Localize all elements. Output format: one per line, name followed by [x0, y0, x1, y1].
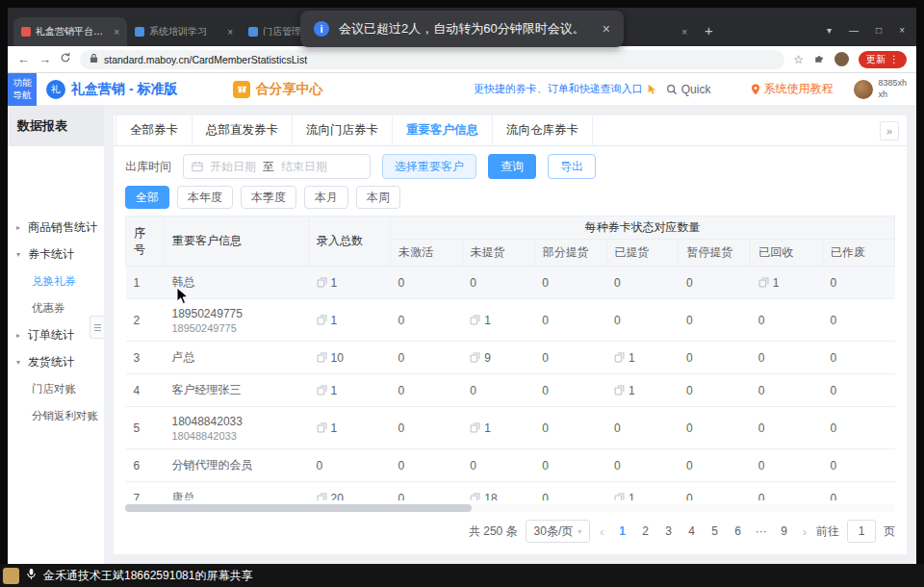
minimize-button[interactable]: —	[849, 25, 859, 36]
back-icon[interactable]: ←	[17, 52, 30, 66]
quick-filter-button[interactable]: 全部	[125, 186, 169, 209]
sidebar-item[interactable]: ▸商品销售统计	[8, 214, 104, 241]
content-tab[interactable]: 总部直发券卡	[192, 115, 293, 145]
count-link-icon[interactable]	[470, 422, 480, 433]
forward-icon[interactable]: →	[38, 52, 51, 66]
count-link-icon[interactable]	[317, 277, 327, 288]
count-value: 0	[758, 492, 765, 501]
count-cell-content: 1	[317, 384, 383, 397]
function-nav-line2: 导航	[13, 89, 32, 101]
page-number[interactable]: 3	[660, 524, 678, 538]
count-cell-content: 0	[686, 459, 743, 472]
page-size-select[interactable]: 30条/页 ▾	[526, 520, 591, 543]
extensions-icon[interactable]	[813, 51, 825, 68]
sidebar-subitem[interactable]: 门店对账	[8, 375, 104, 402]
browser-navbar: ← → standard.maboy.cn/CardMemberStatisti…	[8, 46, 916, 73]
table-row[interactable]: 4客户经理张三10001000	[126, 374, 895, 407]
app-content: 数据报表 ▸商品销售统计▾券卡统计兑换礼券优惠券▸订单统计▾发货统计门店对账分销…	[8, 106, 916, 564]
count-cell-content: 0	[831, 351, 887, 365]
browser-profile-avatar[interactable]	[834, 52, 849, 66]
count-link-icon[interactable]	[614, 385, 625, 396]
tab-close-icon[interactable]: ×	[114, 27, 119, 38]
table-row[interactable]: 3卢总100901000	[126, 342, 895, 374]
quick-filter-button[interactable]: 本季度	[241, 186, 296, 209]
content-tab[interactable]: 重要客户信息	[392, 115, 493, 145]
maximize-button[interactable]: □	[876, 25, 882, 36]
goto-page-input[interactable]: 1	[847, 520, 876, 543]
sidebar-subitem[interactable]: 分销返利对账	[8, 402, 104, 429]
sidebar-item[interactable]: ▾发货统计	[8, 348, 104, 375]
table-row[interactable]: 6分销代理的会员00000000	[126, 449, 895, 482]
count-link-icon[interactable]	[758, 277, 769, 288]
prev-page-button[interactable]: ‹	[598, 524, 605, 539]
browser-update-button[interactable]: 更新 ⋮	[859, 51, 907, 68]
browser-tab[interactable]: 礼盒营销平台管理中心×	[13, 17, 127, 46]
toast-close-icon[interactable]: ×	[603, 21, 610, 37]
quick-entry-tip[interactable]: 更快捷的券卡、订单和快递查询入口	[474, 82, 643, 96]
count-link-icon[interactable]	[614, 352, 625, 363]
tutorial-link[interactable]: 系统使用教程	[751, 81, 833, 97]
tab-menu-icon[interactable]: ▾	[827, 25, 832, 36]
refresh-icon[interactable]	[60, 52, 71, 66]
content-tab[interactable]: 流向仓库券卡	[492, 115, 593, 145]
quick-filter-button[interactable]: 本年度	[177, 186, 233, 209]
horizontal-scrollbar[interactable]	[125, 504, 895, 512]
page-number[interactable]: 4	[683, 524, 701, 538]
page-number[interactable]: 9	[776, 524, 793, 538]
tab-close-icon[interactable]: ×	[681, 27, 687, 38]
count-link-icon[interactable]	[317, 352, 327, 363]
quick-search[interactable]: Quick	[666, 83, 711, 96]
microphone-icon[interactable]	[26, 567, 37, 584]
status-count-cell: 1	[606, 482, 679, 501]
count-link-icon[interactable]	[470, 352, 480, 363]
column-header-status: 已作废	[823, 240, 895, 267]
sidebar-title: 数据报表	[8, 106, 104, 146]
page-ellipsis[interactable]: ···	[753, 524, 770, 538]
content-tab[interactable]: 流向门店券卡	[292, 115, 393, 145]
address-bar[interactable]: standard.maboy.cn/CardMemberStatisticsLi…	[80, 50, 784, 69]
date-range-input[interactable]: 开始日期 至 结束日期	[183, 154, 371, 179]
table-row[interactable]: 2189502497751895024977510100000	[126, 299, 895, 342]
search-button[interactable]: 查询	[488, 154, 536, 179]
tabs-overflow-button[interactable]: »	[880, 121, 899, 140]
count-value: 0	[831, 276, 837, 290]
window-close-button[interactable]: ×	[899, 25, 905, 36]
count-link-icon[interactable]	[470, 315, 480, 325]
tab-close-icon[interactable]: ×	[227, 27, 233, 38]
new-tab-button[interactable]: +	[705, 22, 713, 38]
browser-tab[interactable]: 系统培训学习×	[127, 17, 241, 46]
table-row[interactable]: 1韩总10000010	[126, 267, 895, 299]
status-count-cell: 0	[679, 449, 751, 482]
bookmark-icon[interactable]: ☆	[793, 53, 804, 66]
quick-filter-button[interactable]: 本周	[356, 186, 400, 209]
user-box[interactable]: 8385xh xh	[854, 78, 907, 100]
count-link-icon[interactable]	[317, 422, 327, 433]
sidebar-subitem[interactable]: 兑换礼券	[8, 268, 104, 294]
user-avatar[interactable]	[854, 80, 873, 99]
count-link-icon[interactable]	[614, 493, 625, 500]
page-number[interactable]: 2	[637, 524, 654, 538]
count-link-icon[interactable]	[317, 315, 327, 325]
share-center-link[interactable]: 合分享中心	[233, 81, 322, 98]
next-page-button[interactable]: ›	[801, 524, 808, 539]
count-link-icon[interactable]	[317, 493, 327, 500]
table-row[interactable]: 5180488420331804884203310100000	[126, 407, 895, 449]
export-button[interactable]: 导出	[548, 154, 596, 179]
page-number[interactable]: 5	[706, 524, 724, 538]
scrollbar-thumb[interactable]	[125, 504, 472, 512]
content-tab[interactable]: 全部券卡	[116, 115, 192, 145]
sidebar-collapse-toggle[interactable]	[90, 316, 104, 339]
count-link-icon[interactable]	[470, 493, 480, 500]
share-user-avatar	[3, 568, 19, 584]
function-nav-button[interactable]: 功能 导航	[8, 73, 37, 106]
page-number[interactable]: 6	[730, 524, 747, 538]
row-index-cell: 2	[126, 299, 165, 342]
count-cell-content: 0	[470, 384, 526, 397]
sidebar-item[interactable]: ▾券卡统计	[8, 241, 104, 268]
quick-filter-button[interactable]: 本月	[304, 186, 348, 209]
count-link-icon[interactable]	[317, 385, 327, 396]
select-customer-button[interactable]: 选择重要客户	[382, 154, 476, 179]
page-number[interactable]: 1	[614, 524, 631, 538]
table-row[interactable]: 7唐总2001801000	[126, 482, 895, 501]
site-security-icon[interactable]	[90, 53, 98, 65]
